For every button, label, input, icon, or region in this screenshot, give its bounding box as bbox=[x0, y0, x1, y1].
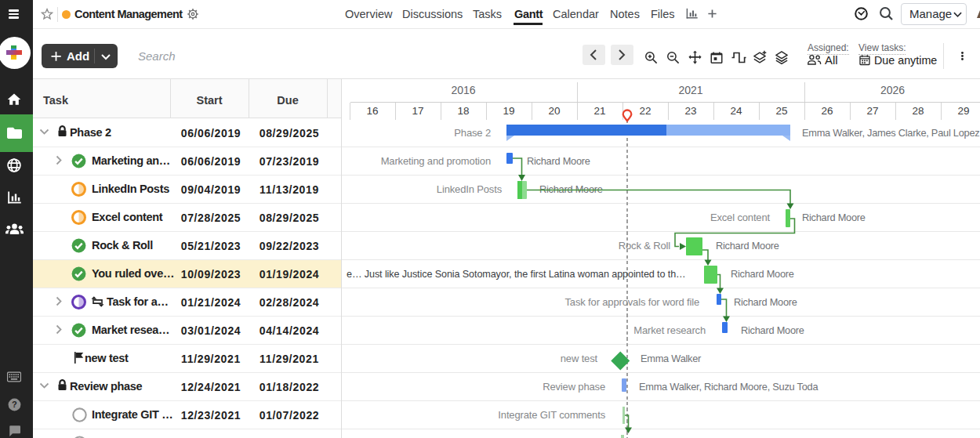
svg-text:?: ? bbox=[12, 400, 17, 409]
